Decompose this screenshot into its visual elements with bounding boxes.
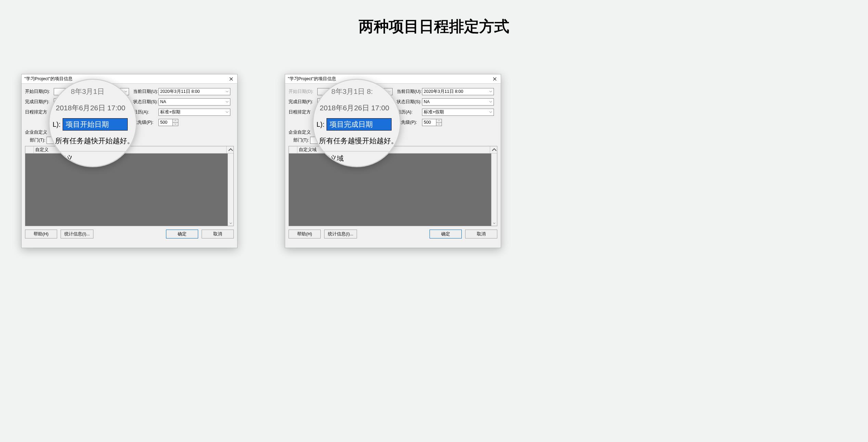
help-button[interactable]: 帮助(H) (289, 230, 321, 238)
department-label: 部门(T): (30, 137, 45, 143)
scroll-up-icon[interactable] (490, 146, 497, 153)
status-date-value: NA (424, 99, 430, 104)
current-date-label: 当前日期(U): (397, 89, 422, 95)
spinner-arrows[interactable] (173, 119, 178, 126)
button-bar: 帮助(H) 统计信息(I)... 确定 取消 (285, 226, 501, 242)
statistics-button[interactable]: 统计信息(I)... (324, 230, 357, 238)
status-date-label: 状态日期(S): (397, 99, 422, 105)
current-date-value: 2020年3月11日 8:00 (424, 89, 463, 95)
chevron-down-icon (489, 90, 492, 93)
dialog-title: "学习Project"的项目信息 (288, 76, 336, 82)
close-icon[interactable] (226, 75, 236, 82)
dialog-title: "学习Project"的项目信息 (24, 76, 73, 82)
table-body (289, 154, 497, 226)
calendar-label: 日历(A): (397, 109, 422, 115)
chevron-down-icon (226, 111, 229, 113)
priority-spinner[interactable]: 500 (158, 119, 178, 126)
department-label: 部门(T): (293, 137, 309, 143)
titlebar: "学习Project"的项目信息 (285, 74, 501, 84)
vertical-scrollbar[interactable] (228, 154, 233, 226)
help-button[interactable]: 帮助(H) (25, 230, 57, 238)
chevron-up-icon[interactable] (436, 119, 442, 122)
schedule-hint-text: 所有任务越快开始越好。 (49, 136, 134, 146)
status-date-field[interactable]: NA (158, 98, 230, 106)
calendar-label: 日历(A): (133, 109, 158, 115)
cancel-button[interactable]: 取消 (465, 230, 497, 238)
mag-label-suffix: L): (312, 120, 327, 130)
mag-finish-date: 2018年6月26日 17:00 (49, 103, 125, 113)
status-date-value: NA (160, 99, 166, 104)
magnifier-left: 8年3月1日 2018年6月26日 17:00 L): 项目开始日期 所有任务越… (49, 79, 137, 167)
statistics-button[interactable]: 统计信息(I)... (61, 230, 93, 238)
calendar-field[interactable]: 标准+假期 (158, 109, 230, 116)
schedule-from-selection[interactable]: 项目完成日期 (327, 118, 392, 131)
chevron-up-icon[interactable] (173, 119, 178, 122)
table-corner (25, 146, 34, 153)
custom-fields-table: 自定义域 (289, 146, 497, 226)
calendar-field[interactable]: 标准+假期 (422, 109, 494, 116)
table-body (25, 154, 233, 226)
button-bar: 帮助(H) 统计信息(I)... 确定 取消 (22, 226, 237, 242)
start-date-label: 开始日期(D): (289, 89, 317, 95)
calendar-value: 标准+假期 (160, 109, 180, 115)
current-date-field[interactable]: 2020年3月11日 8:00 (422, 88, 494, 95)
titlebar: "学习Project"的项目信息 (22, 74, 237, 84)
vertical-scrollbar[interactable] (491, 154, 497, 226)
finish-date-label: 完成日期(F): (25, 99, 54, 105)
schedule-from-selection[interactable]: 项目开始日期 (63, 118, 128, 131)
magnifier-right: 8年3月1日 8: 2018年6月26日 17:00 L): 项目完成日期 所有… (312, 79, 401, 167)
mag-label-suffix: L): (49, 120, 63, 130)
calendar-value: 标准+假期 (424, 109, 444, 115)
chevron-down-icon[interactable] (173, 122, 178, 126)
current-date-label: 当前日期(U): (133, 89, 158, 95)
start-date-label: 开始日期(D): (25, 89, 54, 95)
table-corner (289, 146, 297, 153)
schedule-from-label: 日程排定方 (289, 109, 317, 115)
status-date-field[interactable]: NA (422, 98, 494, 106)
cancel-button[interactable]: 取消 (202, 230, 234, 238)
page-title: 两种项目日程排定方式 (0, 16, 868, 37)
ok-button[interactable]: 确定 (166, 230, 198, 238)
close-icon[interactable] (490, 75, 499, 82)
ok-button[interactable]: 确定 (430, 230, 462, 238)
chevron-down-icon[interactable] (436, 122, 442, 126)
current-date-value: 2020年3月11日 8:00 (160, 89, 200, 95)
priority-spinner[interactable]: 500 (422, 119, 442, 126)
finish-date-label: 完成日期(F): (289, 99, 317, 105)
chevron-down-icon (226, 101, 229, 103)
scroll-down-icon[interactable] (228, 220, 233, 226)
status-date-label: 状态日期(S): (133, 99, 158, 105)
chevron-down-icon (226, 90, 229, 93)
spinner-arrows[interactable] (436, 119, 442, 126)
custom-fields-table: 自定义 (25, 146, 234, 226)
chevron-down-icon (489, 101, 492, 103)
schedule-hint-text: 所有任务越慢开始越好。 (312, 136, 398, 146)
scroll-down-icon[interactable] (492, 220, 497, 226)
scroll-up-icon[interactable] (227, 146, 233, 153)
current-date-field[interactable]: 2020年3月11日 8:00 (158, 88, 230, 95)
priority-label: 优先级(P): (133, 120, 158, 125)
priority-value[interactable]: 500 (158, 119, 173, 126)
priority-value[interactable]: 500 (422, 119, 436, 126)
chevron-down-icon (489, 111, 492, 113)
mag-finish-date: 2018年6月26日 17:00 (312, 103, 389, 113)
